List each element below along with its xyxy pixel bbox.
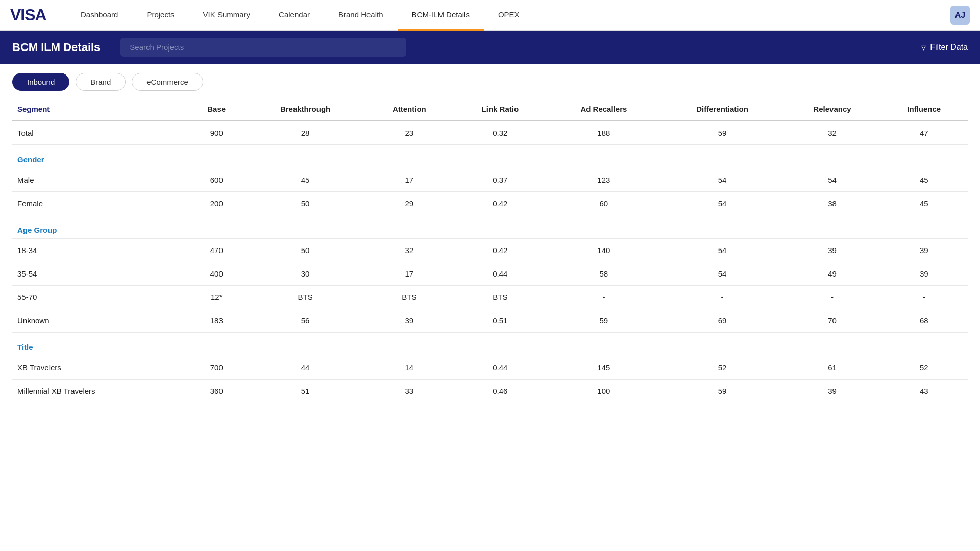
- nav-item-opex[interactable]: OPEX: [484, 1, 534, 31]
- avatar[interactable]: AJ: [950, 6, 970, 25]
- cell-differentiation: -: [660, 286, 785, 309]
- cell-base: 12*: [188, 286, 245, 309]
- cell-attention: 14: [365, 356, 453, 380]
- cell-base: 183: [188, 309, 245, 333]
- cell-ad_recallers: -: [547, 286, 660, 309]
- cell-segment: Male: [12, 168, 188, 192]
- cell-breakthrough: 45: [245, 168, 365, 192]
- col-header-relevancy: Relevancy: [784, 97, 880, 121]
- nav-item-dashboard[interactable]: Dashboard: [66, 1, 132, 31]
- cell-influence: 39: [880, 262, 968, 286]
- cell-attention: 33: [365, 380, 453, 403]
- cell-segment: 18-34: [12, 239, 188, 262]
- cell-segment: Total: [12, 121, 188, 145]
- cell-differentiation: 54: [660, 192, 785, 215]
- table-container: SegmentBaseBreakthroughAttentionLink Rat…: [0, 97, 980, 415]
- cell-relevancy: 39: [784, 380, 880, 403]
- cell-differentiation: 59: [660, 121, 785, 145]
- cell-influence: 39: [880, 239, 968, 262]
- col-header-segment: Segment: [12, 97, 188, 121]
- tab-row: InboundBrandeCommerce: [0, 64, 980, 97]
- cell-influence: 45: [880, 168, 968, 192]
- cell-differentiation: 69: [660, 309, 785, 333]
- cell-ad_recallers: 140: [547, 239, 660, 262]
- cell-link_ratio: 0.42: [453, 239, 548, 262]
- nav-item-projects[interactable]: Projects: [132, 1, 188, 31]
- cell-segment: 55-70: [12, 286, 188, 309]
- cell-base: 600: [188, 168, 245, 192]
- tab-inbound[interactable]: Inbound: [12, 73, 69, 91]
- table-row: Millennial XB Travelers36051330.46100593…: [12, 380, 968, 403]
- col-header-link-ratio: Link Ratio: [453, 97, 548, 121]
- cell-ad_recallers: 58: [547, 262, 660, 286]
- nav-item-bcm-ilm-details[interactable]: BCM-ILM Details: [398, 1, 484, 31]
- cell-base: 470: [188, 239, 245, 262]
- cell-segment: Unknown: [12, 309, 188, 333]
- cell-base: 400: [188, 262, 245, 286]
- nav-items: DashboardProjectsVIK SummaryCalendarBran…: [66, 0, 940, 30]
- cell-base: 200: [188, 192, 245, 215]
- cell-segment: Female: [12, 192, 188, 215]
- col-header-differentiation: Differentiation: [660, 97, 785, 121]
- cell-relevancy: 38: [784, 192, 880, 215]
- cell-ad_recallers: 188: [547, 121, 660, 145]
- cell-link_ratio: 0.44: [453, 262, 548, 286]
- table-row: Total90028230.32188593247: [12, 121, 968, 145]
- cell-breakthrough: 56: [245, 309, 365, 333]
- cell-attention: 17: [365, 262, 453, 286]
- cell-influence: 68: [880, 309, 968, 333]
- tab-brand[interactable]: Brand: [76, 73, 126, 91]
- cell-differentiation: 54: [660, 168, 785, 192]
- cell-base: 700: [188, 356, 245, 380]
- cell-influence: -: [880, 286, 968, 309]
- cell-link_ratio: 0.32: [453, 121, 548, 145]
- cell-attention: 29: [365, 192, 453, 215]
- cell-segment: Millennial XB Travelers: [12, 380, 188, 403]
- cell-ad_recallers: 60: [547, 192, 660, 215]
- col-header-attention: Attention: [365, 97, 453, 121]
- cell-differentiation: 54: [660, 239, 785, 262]
- tab-ecommerce[interactable]: eCommerce: [132, 73, 203, 91]
- cell-influence: 43: [880, 380, 968, 403]
- cell-ad_recallers: 145: [547, 356, 660, 380]
- table-row: Female20050290.4260543845: [12, 192, 968, 215]
- cell-relevancy: 32: [784, 121, 880, 145]
- cell-ad_recallers: 59: [547, 309, 660, 333]
- filter-icon: ▿: [921, 42, 926, 53]
- cell-influence: 47: [880, 121, 968, 145]
- search-wrapper: [120, 38, 406, 57]
- cell-breakthrough: 30: [245, 262, 365, 286]
- nav-right: AJ: [940, 6, 980, 25]
- cell-attention: BTS: [365, 286, 453, 309]
- page-title: BCM ILM Details: [12, 41, 100, 54]
- cell-differentiation: 54: [660, 262, 785, 286]
- cell-breakthrough: 50: [245, 192, 365, 215]
- table-row: XB Travelers70044140.44145526152: [12, 356, 968, 380]
- data-table: SegmentBaseBreakthroughAttentionLink Rat…: [12, 97, 968, 403]
- cell-ad_recallers: 100: [547, 380, 660, 403]
- cell-segment: 35-54: [12, 262, 188, 286]
- group-label-age-group: Age Group: [12, 215, 968, 239]
- cell-breakthrough: 51: [245, 380, 365, 403]
- cell-link_ratio: 0.46: [453, 380, 548, 403]
- cell-link_ratio: BTS: [453, 286, 548, 309]
- col-header-base: Base: [188, 97, 245, 121]
- nav-item-vik-summary[interactable]: VIK Summary: [189, 1, 265, 31]
- cell-breakthrough: 44: [245, 356, 365, 380]
- cell-relevancy: 61: [784, 356, 880, 380]
- cell-differentiation: 59: [660, 380, 785, 403]
- filter-button[interactable]: ▿ Filter Data: [921, 42, 968, 53]
- col-header-ad-recallers: Ad Recallers: [547, 97, 660, 121]
- col-header-breakthrough: Breakthrough: [245, 97, 365, 121]
- filter-label: Filter Data: [930, 43, 968, 52]
- cell-base: 360: [188, 380, 245, 403]
- cell-ad_recallers: 123: [547, 168, 660, 192]
- sub-header: BCM ILM Details ▿ Filter Data: [0, 31, 980, 64]
- group-label-gender: Gender: [12, 145, 968, 168]
- nav-item-brand-health[interactable]: Brand Health: [324, 1, 398, 31]
- cell-attention: 23: [365, 121, 453, 145]
- nav-item-calendar[interactable]: Calendar: [264, 1, 324, 31]
- logo-area: VISA: [0, 0, 66, 30]
- search-input[interactable]: [120, 38, 406, 57]
- cell-link_ratio: 0.37: [453, 168, 548, 192]
